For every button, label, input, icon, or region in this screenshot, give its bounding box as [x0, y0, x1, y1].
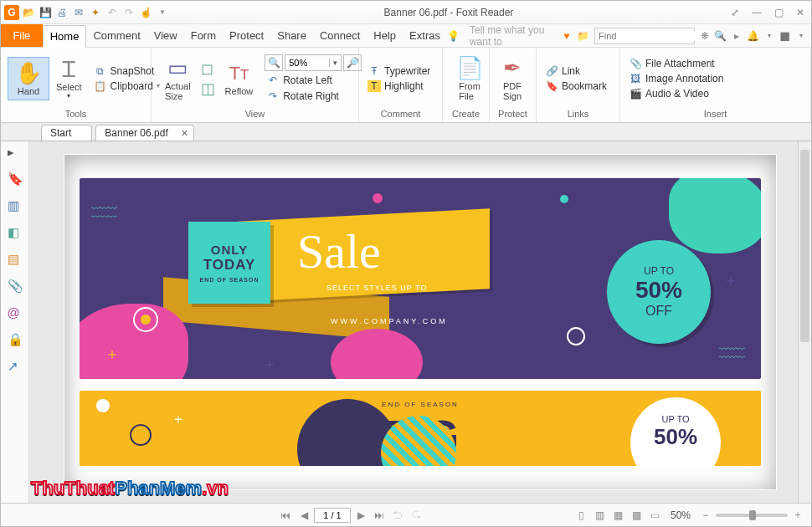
watermark: ThuThuatPhanMem.vn	[31, 478, 229, 499]
redo-icon[interactable]: ↷	[121, 5, 136, 20]
rotate-left-button[interactable]: ↶Rotate Left	[265, 74, 362, 87]
lightbulb-icon[interactable]: 💡	[447, 29, 460, 43]
minimize-icon[interactable]: ―	[749, 5, 764, 20]
folder-icon[interactable]: 📁	[577, 29, 589, 43]
quick-access-toolbar: G 📂 💾 🖨 ✉ ✦ ↶ ↷ ☝ ▼	[4, 5, 170, 20]
banner-2: END OF SEASON BIG UP TO 50% ＋	[80, 391, 761, 466]
panel-toggle-icon[interactable]: ▸	[8, 145, 23, 160]
print-icon[interactable]: 🖨	[54, 5, 69, 20]
tab-home[interactable]: Home	[43, 25, 87, 48]
tab-view[interactable]: View	[147, 24, 184, 47]
from-file-button[interactable]: 📄From File	[450, 53, 490, 105]
file-menu[interactable]: File	[1, 24, 43, 47]
zoom-label: 50%	[671, 509, 691, 521]
zoom-dd-icon[interactable]: ▾	[329, 59, 341, 67]
first-page-icon[interactable]: ⏮	[277, 509, 294, 521]
pdf-sign-button[interactable]: ✒PDF Sign	[496, 53, 528, 105]
title-bar: G 📂 💾 🖨 ✉ ✦ ↶ ↷ ☝ ▼ Banner 06.pdf - Foxi…	[1, 1, 811, 24]
find-input[interactable]	[599, 31, 714, 41]
ribbon: ✋Hand ᏆSelect▾ ⧉SnapShot 📋Clipboard▾ Too…	[1, 48, 811, 123]
zoom-slider[interactable]	[716, 514, 788, 517]
tell-me[interactable]: Tell me what you want to	[470, 24, 556, 48]
prev-page-icon[interactable]: ◀	[296, 509, 312, 521]
window-title: Banner 06.pdf - Foxit Reader	[170, 7, 727, 18]
audio-video-button[interactable]: 🎬Audio & Video	[627, 87, 725, 100]
comments-panel-icon[interactable]: ▤	[8, 252, 23, 267]
link-button[interactable]: 🔗Link	[543, 64, 609, 78]
scrollbar-thumb[interactable]	[800, 150, 809, 342]
reading-mode-icon[interactable]: ▭	[647, 509, 664, 521]
zoom-combo[interactable]: ▾	[285, 54, 342, 71]
tab-document[interactable]: Banner 06.pdf✕	[95, 125, 193, 141]
fit-width-icon[interactable]: ◫	[201, 79, 215, 98]
tab-protect[interactable]: Protect	[223, 24, 270, 47]
fit-page-icon[interactable]: ◻	[201, 59, 215, 78]
zoom-in-status-icon[interactable]: ＋	[789, 508, 806, 522]
pages-panel-icon[interactable]: ▥	[8, 198, 23, 213]
close-icon[interactable]: ✕	[793, 5, 808, 20]
group-tools: Tools	[1, 107, 151, 122]
highlight-button[interactable]: THighlight	[366, 79, 432, 93]
rotate-right-button[interactable]: ↷Rotate Right	[265, 90, 362, 103]
user-dd-icon[interactable]: ▾	[795, 29, 806, 43]
user-icon[interactable]: ◼	[779, 29, 790, 43]
share-panel-icon[interactable]: ↗	[8, 359, 23, 374]
open-icon[interactable]: 📂	[21, 5, 36, 20]
find-options-icon[interactable]: ❋	[700, 29, 711, 43]
nav-fwd-icon[interactable]: ⮎	[408, 509, 424, 521]
menu-row: File Home Comment View Form Protect Shar…	[1, 24, 811, 48]
file-attachment-button[interactable]: 📎File Attachment	[627, 57, 725, 70]
attachments-panel-icon[interactable]: 📎	[8, 279, 23, 294]
save-icon[interactable]: 💾	[38, 5, 53, 20]
group-protect: Protect	[490, 107, 536, 122]
undo-icon[interactable]: ↶	[105, 5, 120, 20]
bookmark-button[interactable]: 🔖Bookmark	[543, 79, 609, 93]
single-page-icon[interactable]: ▯	[573, 509, 590, 521]
ribbon-min-icon[interactable]: ⤢	[727, 5, 743, 20]
select-tool[interactable]: ᏆSelect▾	[49, 54, 89, 103]
vertical-scrollbar[interactable]	[798, 141, 811, 503]
tab-form[interactable]: Form	[184, 24, 223, 47]
zoom-value[interactable]	[285, 58, 329, 68]
new-icon[interactable]: ✦	[88, 5, 103, 20]
tab-comment[interactable]: Comment	[86, 24, 146, 47]
last-page-icon[interactable]: ⏭	[371, 509, 388, 521]
layers-panel-icon[interactable]: ◧	[8, 225, 23, 240]
reflow-button[interactable]: TтReflow	[218, 58, 260, 100]
group-view: View	[152, 107, 358, 122]
facing-cont-icon[interactable]: ▩	[629, 509, 645, 521]
tab-share[interactable]: Share	[270, 24, 313, 47]
tab-extras[interactable]: Extras	[403, 24, 447, 47]
zoom-out-icon[interactable]: 🔍	[265, 54, 283, 71]
tab-start[interactable]: Start	[41, 125, 92, 141]
bookmark-panel-icon[interactable]: 🔖	[8, 171, 23, 187]
tab-close-icon[interactable]: ✕	[181, 128, 188, 139]
qat-dropdown-icon[interactable]: ▼	[155, 5, 170, 20]
tab-help[interactable]: Help	[367, 24, 403, 47]
bell-icon[interactable]: 🔔	[747, 29, 759, 43]
bell-dd-icon[interactable]: ▾	[764, 29, 775, 43]
page-input[interactable]	[314, 508, 351, 523]
email-icon[interactable]: ✉	[71, 5, 86, 20]
zoom-knob[interactable]	[749, 510, 756, 520]
pdf-page: ONLY TODAY END OF SEASON Sale SELECT STY…	[64, 155, 776, 489]
next-page-icon[interactable]: ▶	[352, 509, 369, 521]
continuous-icon[interactable]: ▥	[592, 509, 609, 521]
hand-qat-icon[interactable]: ☝	[138, 5, 153, 20]
document-area[interactable]: ONLY TODAY END OF SEASON Sale SELECT STY…	[29, 141, 811, 503]
heart-icon[interactable]: ♥	[561, 29, 572, 43]
nav-back-icon[interactable]: ⮌	[389, 509, 406, 521]
security-panel-icon[interactable]: 🔒	[8, 332, 23, 347]
tab-connect[interactable]: Connect	[313, 24, 367, 47]
signatures-panel-icon[interactable]: @	[8, 305, 23, 320]
hand-tool[interactable]: ✋Hand	[8, 57, 49, 100]
zoom-out-status-icon[interactable]: −	[697, 509, 714, 521]
facing-icon[interactable]: ▦	[610, 509, 627, 521]
image-annotation-button[interactable]: 🖼Image Annotation	[627, 72, 725, 85]
next-icon[interactable]: ▸	[731, 29, 742, 43]
find-box[interactable]: 🔍	[594, 28, 695, 44]
prev-icon[interactable]: ◂	[716, 29, 727, 43]
maximize-icon[interactable]: ▢	[771, 5, 786, 20]
actual-size-button[interactable]: ▭Actual Size	[158, 53, 198, 105]
typewriter-button[interactable]: ŦTypewriter	[366, 64, 432, 78]
